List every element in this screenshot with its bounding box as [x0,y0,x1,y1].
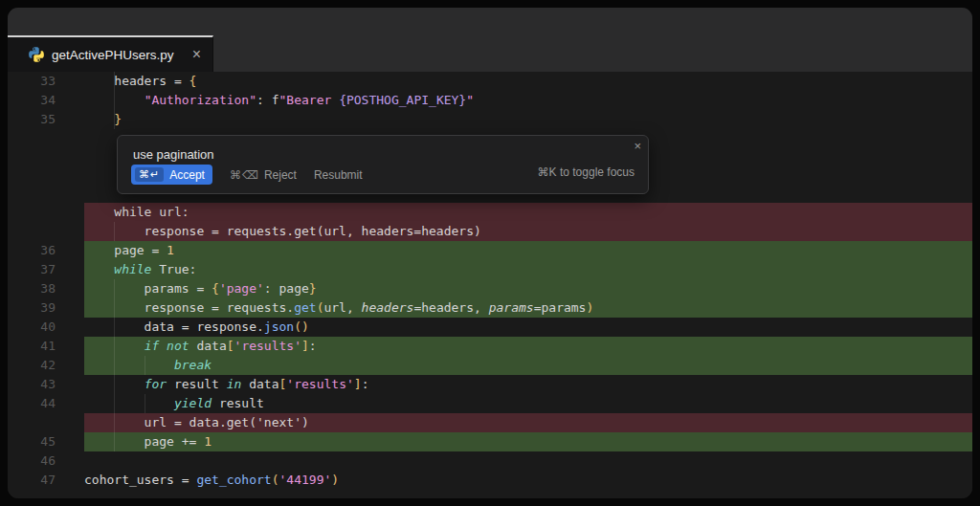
line-content[interactable]: "Authorization": f"Bearer {POSTHOG_API_K… [84,91,972,110]
line-content[interactable]: yield result [84,394,972,413]
code-token: response = requests. [84,300,294,315]
resubmit-button[interactable]: Resubmit [314,168,363,182]
line-number: 43 [8,375,84,394]
indent-guide [145,356,145,375]
line-number [8,222,84,241]
code-token: =headers, [413,300,488,315]
code-line: url = data.get('next') [8,413,972,432]
line-number: 45 [8,432,84,451]
line-number: 44 [8,394,84,413]
code-token: =params [534,300,587,315]
indent-guide [114,394,115,413]
code-token [84,112,114,126]
code-token: ( [272,473,279,487]
tab-getactivephusers[interactable]: getActivePHUsers.py × [8,35,213,72]
line-content[interactable]: page = 1 [84,241,972,260]
editor-window: getActivePHUsers.py × 33 headers = {34 "… [8,8,972,498]
line-content[interactable]: cohort_users = get_cohort('44199') [84,471,972,490]
code-token: " [466,93,474,107]
resubmit-label: Resubmit [314,168,363,182]
code-line: 46 [8,451,972,471]
tab-bar: getActivePHUsers.py × [8,35,972,72]
code-token: yield [174,396,212,410]
line-content[interactable]: data = response.json() [84,318,972,337]
accept-shortcut: ⌘↵ [135,167,164,182]
focus-hint: ⌘K to toggle focus [538,163,635,182]
indent-guide [114,337,115,356]
code-token [159,339,167,353]
code-token: ) [586,300,593,315]
accept-button[interactable]: ⌘↵ Accept [131,165,212,185]
indent-guide [114,375,115,394]
code-token: break [174,358,212,372]
line-number: 42 [8,356,84,375]
line-content[interactable]: if not data['results']: [84,337,972,356]
line-content[interactable]: headers = { [84,72,972,91]
line-number: 38 [8,279,84,298]
code-line: 38 params = {'page': page} [8,279,972,298]
code-token: [ [227,339,234,353]
code-line: 33 headers = { [8,72,972,91]
line-content[interactable]: for result in data['results']: [84,375,972,394]
indent-guide [114,72,115,91]
indent-guide [114,222,115,241]
code-token: data [241,377,278,391]
code-token: result [167,377,227,391]
indent-guide [114,413,115,432]
indent-guide [114,298,115,318]
code-line: 39 response = requests.get(url, headers=… [8,298,972,318]
reject-label: Reject [264,168,297,182]
code-editor[interactable]: 33 headers = {34 "Authorization": f"Bear… [8,72,972,498]
indent-guide [114,279,115,298]
line-content[interactable]: break [84,356,972,375]
line-number: 47 [8,471,84,490]
indent-guide [114,91,115,110]
screenshot-root: { "colors": { "accent": "#3674dd", "add_… [0,0,980,506]
code-token: cohort_users = [84,473,196,487]
code-token: : [256,93,272,107]
code-token: } [309,281,317,296]
code-token: headers = [84,74,189,88]
line-content[interactable]: response = requests.get(url, headers=hea… [84,298,972,318]
code-token: data [189,339,227,353]
line-number: 39 [8,298,84,318]
code-token: "Bearer [279,93,340,107]
code-token: 'page' [219,281,264,296]
code-token: headers [362,300,414,315]
window-titlebar[interactable] [8,8,972,35]
code-line: 43 for result in data['results']: [8,375,972,394]
tab-close-icon[interactable]: × [190,47,203,62]
prompt-text: use pagination [133,145,214,165]
accept-label: Accept [169,168,205,182]
code-line: 44 yield result [8,394,972,413]
code-token: 1 [167,243,174,257]
line-content[interactable]: url = data.get('next') [84,413,972,432]
line-content[interactable]: page += 1 [84,432,972,451]
code-token: : [362,377,369,391]
code-token: data = response. [84,319,264,334]
code-line: 36 page = 1 [8,241,972,260]
reject-button[interactable]: ⌘⌫ Reject [230,168,297,182]
code-token: params = [84,281,212,296]
line-content[interactable]: params = {'page': page} [84,279,972,298]
line-content[interactable] [84,451,972,471]
line-content[interactable]: while url: [84,203,972,222]
widget-close-icon[interactable]: × [634,138,641,155]
line-content[interactable]: response = requests.get(url, headers=hea… [84,222,972,241]
code-line: response = requests.get(url, headers=hea… [8,222,972,241]
code-token: } [114,112,122,126]
code-token: result [212,396,264,410]
widget-actions: ⌘↵ Accept ⌘⌫ Reject Resubmit [131,165,363,185]
code-token: { [212,281,219,296]
code-token: response = requests.get(url, headers=hea… [84,224,481,238]
code-token [84,262,114,276]
indent-guide [114,432,115,451]
line-content[interactable]: } [84,110,972,129]
code-token: for [145,377,167,391]
line-number: 41 [8,337,84,356]
line-content[interactable]: while True: [84,260,972,279]
line-number: 34 [8,91,84,110]
code-line: 47cohort_users = get_cohort('44199') [8,471,972,490]
code-line: 40 data = response.json() [8,318,972,337]
code-token [84,396,174,410]
